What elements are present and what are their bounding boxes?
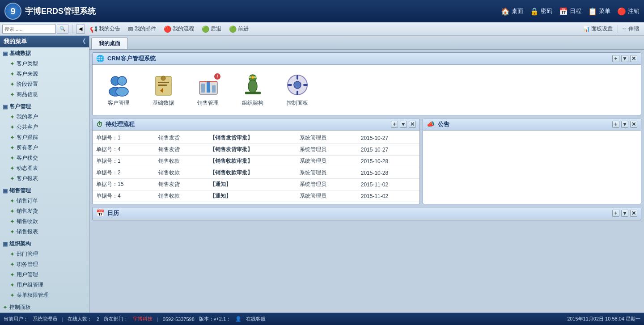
main-layout: 我的菜单 《 ▣ 基础数据 ✦ 客户类型 ✦ 客户来源 ✦ 阶段设置 ✦ (0, 36, 644, 312)
workflow-row[interactable]: 单据号：4 销售发货 【销售发货审批】 系统管理员 2015-10-27 (93, 144, 419, 156)
workflow-operator: 系统管理员 (296, 132, 357, 144)
sidebar-item-all-customer[interactable]: ✦ 所有客户 (0, 143, 89, 153)
sidebar-item-position[interactable]: ✦ 职务管理 (0, 259, 89, 270)
toolbar-back-label: 后退 (211, 25, 221, 33)
crm-icon-basic-data[interactable]: 基础数据 (145, 73, 181, 107)
app-title: 宇博ERDS管理系统 (25, 6, 96, 17)
dot-icon-19: ✦ (10, 282, 15, 288)
workflow-panel-icon: ⏱ (96, 121, 103, 128)
toolbar-back[interactable]: 🟢 后退 (199, 24, 224, 34)
sidebar-item-customer-report[interactable]: ✦ 客户报表 (0, 173, 89, 184)
dept-link[interactable]: 宇博科技 (133, 316, 153, 322)
crm-panel-add-button[interactable]: + (612, 55, 619, 62)
crm-panel-down-button[interactable]: ▼ (621, 55, 628, 62)
sidebar-item-my-customer[interactable]: ✦ 我的客户 (0, 112, 89, 122)
crm-icon-org[interactable]: 组织架构 (235, 73, 271, 107)
nav-password[interactable]: 🔒 密码 (530, 7, 552, 16)
sidebar-collapse-button[interactable]: 《 (80, 38, 85, 46)
sidebar-item-dynamic-chart[interactable]: ✦ 动态图表 (0, 163, 89, 173)
calendar-panel-title: 日历 (107, 209, 119, 217)
sidebar-item-user-group[interactable]: ✦ 用户组管理 (0, 280, 89, 290)
panel-settings-button[interactable]: 📊 面板设置 ↔ 伸缩 (580, 24, 642, 34)
sidebar-item-menu-permission[interactable]: ✦ 菜单权限管理 (0, 290, 89, 300)
workflow-panel: ⏱ 待处理流程 + ▼ ✕ 单据号：1 销售发货 (92, 118, 420, 204)
sidebar-group-sales: ▣ 销售管理 ✦ 销售订单 ✦ 销售发货 ✦ 销售收款 ✦ 销售报表 (0, 185, 89, 238)
search-button[interactable]: 🔍 (57, 25, 68, 34)
tab-desktop[interactable]: 我的桌面 (91, 38, 128, 49)
sidebar-title: 我的菜单 (4, 38, 27, 46)
dot-icon-21: ✦ (3, 304, 8, 311)
sidebar-item-sales-order[interactable]: ✦ 销售订单 (0, 196, 89, 206)
crm-org-icon (241, 73, 265, 97)
workflow-num: 单据号：4 (93, 190, 155, 202)
sidebar-item-customer-type[interactable]: ✦ 客户类型 (0, 59, 89, 69)
crm-control-icon (285, 73, 310, 97)
sidebar-item-product[interactable]: ✦ 商品信息 (0, 89, 89, 100)
workflow-down-button[interactable]: ▼ (400, 121, 407, 128)
sidebar-group-basic-header[interactable]: ▣ 基础数据 (0, 48, 89, 59)
svg-rect-22 (297, 75, 298, 80)
workflow-row[interactable]: 单据号：1 销售收款 【销售收款审批】 系统管理员 2015-10-28 (93, 156, 419, 167)
search-input[interactable] (2, 25, 56, 34)
calendar-icon: 📅 (559, 7, 568, 16)
crm-icon-customer-mgmt[interactable]: 客户管理 (101, 73, 136, 107)
crm-customer-label: 客户管理 (108, 99, 129, 107)
toolbar-forward[interactable]: 🟢 前进 (226, 24, 251, 34)
toolbar-workflow[interactable]: 🔴 我的流程 (161, 24, 197, 34)
notice-add-button[interactable]: + (612, 121, 619, 128)
dot-icon-2: ✦ (10, 71, 15, 77)
dot-icon-16: ✦ (10, 251, 15, 257)
svg-rect-10 (207, 81, 210, 93)
crm-panel: 🌐 CRM客户管理系统 + ▼ ✕ (92, 52, 641, 115)
sidebar-group-sales-header[interactable]: ▣ 销售管理 (0, 186, 89, 196)
workflow-row[interactable]: 单据号：1 销售发货 【销售发货审批】 系统管理员 2015-10-27 (93, 132, 419, 144)
toolbar-email[interactable]: ✉ 我的邮件 (125, 24, 159, 34)
nav-logout[interactable]: 🔴 注销 (617, 7, 640, 16)
toolbar-announcement[interactable]: 📢 我的公告 (87, 24, 123, 34)
workflow-row[interactable]: 单据号：2 销售收款 【销售收款审批】 系统管理员 2015-10-28 (93, 167, 419, 179)
expand-label[interactable]: ↔ 伸缩 (618, 25, 639, 33)
nav-menu[interactable]: 📋 菜单 (588, 7, 610, 16)
nav-schedule[interactable]: 📅 日程 (559, 7, 581, 16)
workflow-add-button[interactable]: + (391, 121, 398, 128)
calendar-add-button[interactable]: + (612, 210, 619, 217)
calendar-close-button[interactable]: ✕ (630, 210, 637, 217)
sidebar-item-sales-receipt[interactable]: ✦ 销售收款 (0, 216, 89, 227)
phone-value: 0592-5337598 (163, 317, 195, 322)
crm-basic-label: 基础数据 (153, 99, 174, 107)
nav-prev-button[interactable]: ◀ (76, 25, 85, 34)
workflow-row[interactable]: 单据号：4 销售收款 【通知】 系统管理员 2015-11-02 (93, 190, 419, 202)
sidebar-item-sales-delivery[interactable]: ✦ 销售发货 (0, 206, 89, 216)
sidebar-item-sales-report[interactable]: ✦ 销售报表 (0, 227, 89, 237)
sidebar-item-dept[interactable]: ✦ 部门管理 (0, 249, 89, 259)
expand-basic-icon: ▣ (3, 51, 8, 57)
crm-customer-icon (106, 73, 131, 97)
svg-rect-6 (158, 82, 169, 83)
notice-close-button[interactable]: ✕ (630, 121, 637, 128)
workflow-close-button[interactable]: ✕ (409, 121, 416, 128)
crm-panel-close-button[interactable]: ✕ (630, 55, 637, 62)
announcement-icon: 📢 (90, 25, 97, 33)
crm-basic-icon (151, 73, 176, 97)
sidebar-group-basic: ▣ 基础数据 ✦ 客户类型 ✦ 客户来源 ✦ 阶段设置 ✦ 商品信息 (0, 47, 89, 101)
sidebar-item-customer-track[interactable]: ✦ 客户跟踪 (0, 132, 89, 143)
workflow-row[interactable]: 单据号：15 销售发货 【通知】 系统管理员 2015-11-02 (93, 179, 419, 190)
nav-home[interactable]: 🏠 桌面 (501, 7, 523, 16)
sidebar-item-stage-setting[interactable]: ✦ 阶段设置 (0, 79, 89, 89)
calendar-down-button[interactable]: ▼ (621, 210, 628, 217)
notice-down-button[interactable]: ▼ (621, 121, 628, 128)
sidebar-group-org-header[interactable]: ▣ 组织架构 (0, 239, 89, 249)
crm-icon-control[interactable]: 控制面板 (280, 73, 315, 107)
online-service-label[interactable]: 在线客服 (246, 316, 266, 322)
toolbar-email-label: 我的邮件 (135, 25, 156, 33)
crm-icon-sales-mgmt[interactable]: ! 销售管理 (190, 73, 226, 107)
sidebar-group-customer-header[interactable]: ▣ 客户管理 (0, 101, 89, 112)
toolbar-announcement-label: 我的公告 (99, 25, 120, 33)
sidebar-item-public-customer[interactable]: ✦ 公共客户 (0, 122, 89, 132)
calendar-panel-controls: + ▼ ✕ (612, 210, 637, 217)
sidebar-item-user-mgmt[interactable]: ✦ 用户管理 (0, 270, 89, 280)
sidebar-item-transfer[interactable]: ✦ 客户移交 (0, 153, 89, 163)
sidebar-item-customer-source[interactable]: ✦ 客户来源 (0, 69, 89, 79)
sidebar-item-control-panel[interactable]: ✦ 控制面板 (0, 302, 89, 312)
dot-icon-4: ✦ (10, 91, 15, 98)
